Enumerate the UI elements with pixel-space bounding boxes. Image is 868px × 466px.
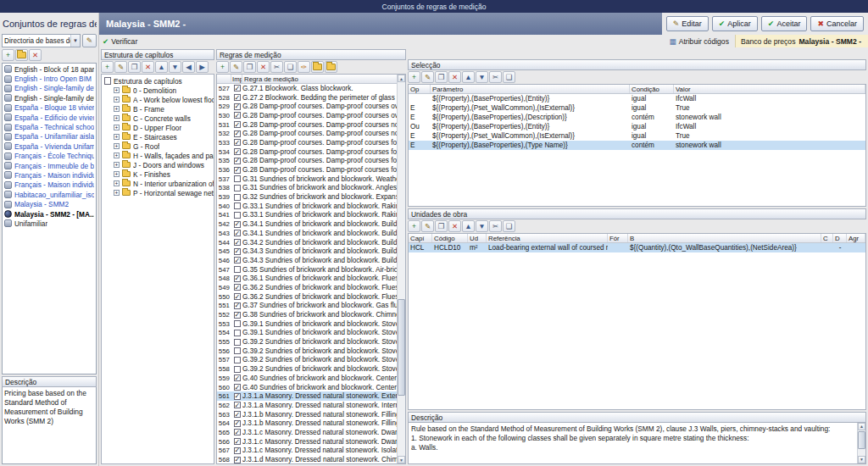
scroll-down-icon[interactable]: ▼ bbox=[398, 456, 405, 463]
editar-button[interactable]: ✎ Editar bbox=[666, 16, 709, 31]
database-item[interactable]: Français - Maison individuelle bbox=[3, 170, 96, 180]
paste-button[interactable]: ❏ bbox=[503, 71, 515, 83]
expand-icon[interactable]: + bbox=[114, 153, 120, 158]
rule-row[interactable]: 560G.40 Sundries of brickwork and blockw… bbox=[217, 383, 397, 392]
cut-rule-button[interactable]: ✂ bbox=[270, 61, 283, 73]
expand-icon[interactable]: + bbox=[114, 97, 120, 103]
rule-row[interactable]: 554G.39.1 Sundries of brickwork and bloc… bbox=[217, 329, 397, 338]
chapter-node[interactable]: +P - Horizontal sewage network bbox=[104, 188, 214, 197]
rule-checkbox[interactable] bbox=[234, 212, 241, 219]
rule-row[interactable]: 556G.39.2 Sundries of brickwork and bloc… bbox=[217, 347, 397, 356]
scroll-down-icon[interactable]: ▼ bbox=[858, 456, 865, 463]
verificar-button[interactable]: ✔ Verificar bbox=[103, 37, 137, 46]
rule-checkbox[interactable] bbox=[234, 103, 241, 110]
rule-row[interactable]: 564J.3.1.b Masonry. Dressed natural ston… bbox=[217, 419, 397, 428]
rule-checkbox[interactable] bbox=[234, 457, 241, 463]
rule-checkbox[interactable] bbox=[234, 221, 241, 228]
paste-button[interactable]: ❏ bbox=[503, 220, 515, 232]
rule-checkbox[interactable] bbox=[234, 257, 241, 264]
rule-row[interactable]: 531G.28 Damp-proof courses. Damp-proof c… bbox=[217, 120, 397, 130]
rule-checkbox[interactable] bbox=[234, 320, 241, 327]
copy-rule-button[interactable]: ❐ bbox=[243, 61, 256, 73]
chapter-node[interactable]: +J - Doors and windows bbox=[104, 160, 214, 169]
rule-checkbox[interactable] bbox=[234, 266, 241, 273]
database-item[interactable]: España - Edificio de viviendas bbox=[3, 113, 96, 122]
edit-chapter-button[interactable]: ✎ bbox=[114, 61, 127, 73]
database-item[interactable]: Malaysia - SMM2 bbox=[3, 199, 96, 208]
rule-row[interactable]: 530G.28 Damp-proof courses. Damp-proof c… bbox=[217, 111, 397, 120]
rule-row[interactable]: 558G.39.2 Sundries of brickwork and bloc… bbox=[217, 364, 397, 374]
rule-checkbox[interactable] bbox=[234, 384, 241, 391]
rule-checkbox[interactable] bbox=[234, 275, 241, 282]
rule-row[interactable]: 567J.3.1.c Masonry. Dressed natural ston… bbox=[217, 447, 397, 456]
window-titlebar[interactable]: Conjuntos de regras de medição bbox=[0, 0, 868, 13]
rule-checkbox[interactable] bbox=[234, 339, 241, 346]
edit-rule-button[interactable]: ✎ bbox=[230, 61, 242, 73]
banco-de-precos[interactable]: Banco de preços Malaysia - SMM2 - bbox=[735, 35, 868, 47]
rule-row[interactable]: 544G.34.2 Sundries of brickwork and bloc… bbox=[217, 238, 397, 247]
chapter-node[interactable]: +N - Interior urbanization of the plot bbox=[104, 179, 214, 188]
rule-row[interactable]: 536G.28 Damp-proof courses. Damp-proof c… bbox=[217, 165, 397, 175]
rule-checkbox[interactable] bbox=[234, 175, 241, 182]
expand-icon[interactable]: + bbox=[114, 115, 120, 121]
rule-row[interactable]: 555G.39.2 Sundries of brickwork and bloc… bbox=[217, 337, 397, 347]
database-item[interactable]: Unifamiliar bbox=[3, 219, 96, 228]
rule-row[interactable]: 532G.28 Damp-proof courses. Damp-proof c… bbox=[217, 129, 397, 138]
rule-row[interactable]: 547G.35 Sundries of brickwork and blockw… bbox=[217, 265, 397, 275]
rule-row[interactable]: 533G.28 Damp-proof courses. Damp-proof c… bbox=[217, 138, 397, 147]
database-item[interactable]: España - Vivienda Unifamili... bbox=[3, 141, 96, 151]
rule-checkbox[interactable] bbox=[234, 148, 241, 155]
rule-checkbox[interactable] bbox=[234, 312, 241, 319]
expand-icon[interactable]: + bbox=[114, 171, 120, 177]
expand-icon[interactable]: + bbox=[114, 190, 120, 196]
rule-row[interactable]: 543G.34.1 Sundries of brickwork and bloc… bbox=[217, 229, 397, 238]
import-folder-button[interactable] bbox=[311, 61, 324, 73]
rule-row[interactable]: 534G.28 Damp-proof courses. Damp-proof c… bbox=[217, 147, 397, 157]
database-item[interactable]: Français - Immeuble de bur... bbox=[3, 161, 96, 170]
aplicar-button[interactable]: ✔ Aplicar bbox=[712, 16, 758, 31]
move-right-button[interactable]: ▶ bbox=[196, 61, 209, 73]
clean-rules-button[interactable]: ✑ bbox=[298, 61, 310, 73]
delete-work-unit-button[interactable]: ✕ bbox=[448, 220, 461, 232]
database-item[interactable]: España - Bloque 18 viviendas bbox=[3, 103, 96, 113]
rule-row[interactable]: 559G.40 Sundries of brickwork and blockw… bbox=[217, 374, 397, 383]
rule-checkbox[interactable] bbox=[234, 374, 241, 381]
edit-directory-button[interactable]: ✎ bbox=[82, 34, 97, 47]
scroll-up-icon[interactable]: ▲ bbox=[858, 423, 865, 430]
chapter-node[interactable]: +C - Concrete walls bbox=[104, 114, 214, 123]
database-item[interactable]: English - Single-family deta... bbox=[3, 84, 96, 93]
rule-row[interactable]: 537G.31 Sundries of brickwork and blockw… bbox=[217, 175, 397, 184]
rules-scrollbar[interactable]: ▲ ▼ bbox=[397, 75, 405, 463]
move-down-button[interactable]: ▼ bbox=[169, 61, 181, 73]
add-database-button[interactable]: + bbox=[2, 49, 14, 61]
copy-chapter-button[interactable]: ❐ bbox=[128, 61, 141, 73]
rule-checkbox[interactable] bbox=[234, 130, 241, 137]
rule-checkbox[interactable] bbox=[234, 139, 241, 146]
rule-row[interactable]: 568J.3.1.d Masonry. Dressed natural ston… bbox=[217, 455, 397, 463]
chapter-node[interactable]: +K - Finishes bbox=[104, 169, 214, 179]
move-up-button[interactable]: ▲ bbox=[155, 61, 168, 73]
rule-row[interactable]: 565J.3.1.c Masonry. Dressed natural ston… bbox=[217, 428, 397, 437]
database-item[interactable]: Habitacao_unifamiliar_isola... bbox=[3, 190, 96, 199]
selection-row[interactable]: E${(Property),(Pset_WallCommon),(IsExter… bbox=[409, 131, 865, 141]
selection-row[interactable]: E${(Property),(BaseProperties),(Descript… bbox=[409, 113, 865, 122]
expand-icon[interactable]: + bbox=[114, 162, 120, 168]
rule-checkbox[interactable] bbox=[234, 357, 241, 363]
rule-row[interactable]: 551G.37 Sundries of brickwork and blockw… bbox=[217, 302, 397, 311]
rule-row[interactable]: 562J.3.1.a Masonry. Dressed natural ston… bbox=[217, 401, 397, 410]
rule-row[interactable]: 553G.39.1 Sundries of brickwork and bloc… bbox=[217, 319, 397, 329]
rule-checkbox[interactable] bbox=[234, 438, 241, 445]
rule-row[interactable]: 552G.38 Sundries of brickwork and blockw… bbox=[217, 310, 397, 319]
rule-checkbox[interactable] bbox=[234, 411, 241, 418]
rule-row[interactable]: 529G.28 Damp-proof courses. Damp-proof c… bbox=[217, 102, 397, 111]
rule-checkbox[interactable] bbox=[234, 366, 241, 373]
database-item[interactable]: Français - Maison individuel... bbox=[3, 180, 96, 190]
rule-checkbox[interactable] bbox=[234, 429, 241, 435]
rule-checkbox[interactable] bbox=[234, 248, 241, 255]
rule-checkbox[interactable] bbox=[234, 94, 241, 101]
delete-database-button[interactable]: ✕ bbox=[29, 49, 42, 61]
expand-icon[interactable]: + bbox=[114, 143, 120, 149]
move-up-button[interactable]: ▲ bbox=[462, 71, 475, 83]
rule-checkbox[interactable] bbox=[234, 447, 241, 454]
rule-checkbox[interactable] bbox=[234, 230, 241, 236]
